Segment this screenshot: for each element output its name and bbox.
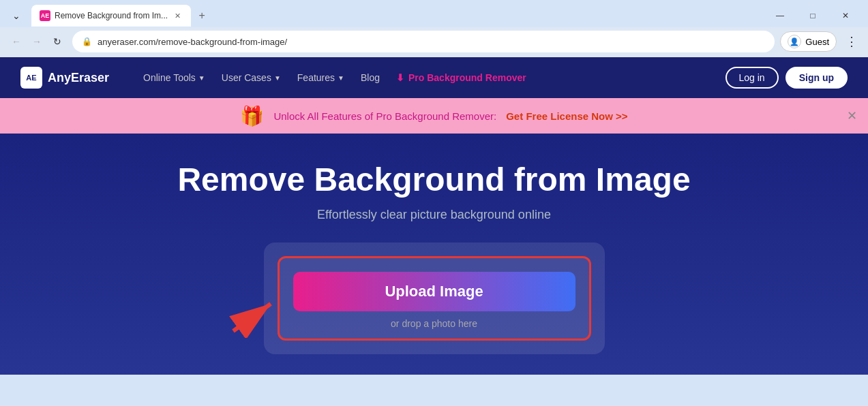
restore-button[interactable]: □	[797, 5, 828, 27]
lock-icon: 🔒	[82, 37, 92, 46]
window-controls: — □ ✕	[764, 5, 861, 27]
site-content: AE AnyEraser Online Tools ▼ User Cases ▼…	[0, 57, 868, 406]
addressbar-row: ← → ↻ 🔒 anyeraser.com/remove-background-…	[0, 27, 868, 57]
titlebar: ⌄ AE Remove Background from Im... ✕ + — …	[0, 0, 868, 27]
tab-bar: AE Remove Background from Im... ✕ +	[31, 5, 762, 27]
chevron-down-icon: ▼	[274, 74, 281, 82]
banner-close-button[interactable]: ✕	[847, 108, 857, 123]
back-button[interactable]: ←	[7, 32, 26, 51]
nav-online-tools[interactable]: Online Tools ▼	[136, 68, 212, 87]
forward-button[interactable]: →	[27, 32, 46, 51]
nav-auth: Log in Sign up	[725, 67, 848, 89]
nav-user-cases[interactable]: User Cases ▼	[215, 68, 288, 87]
chevron-down-icon: ▼	[198, 74, 205, 82]
address-bar[interactable]: 🔒 anyeraser.com/remove-background-from-i…	[72, 31, 775, 52]
gift-icon: 🎁	[240, 105, 264, 127]
svg-line-1	[233, 304, 271, 331]
tab-favicon: AE	[40, 10, 50, 21]
profile-icon: 👤	[788, 35, 801, 48]
tab-close-button[interactable]: ✕	[172, 10, 183, 21]
signup-button[interactable]: Sign up	[785, 67, 848, 89]
new-tab-button[interactable]: +	[194, 7, 210, 24]
browser-menu-button[interactable]: ⋮	[842, 32, 861, 51]
arrow-indicator	[226, 283, 281, 341]
nav-features[interactable]: Features ▼	[290, 68, 351, 87]
tab-title: Remove Background from Im...	[55, 11, 168, 20]
chevron-down-icon: ▼	[338, 74, 344, 82]
logo-box: AE	[20, 67, 42, 89]
active-tab[interactable]: AE Remove Background from Im... ✕	[31, 5, 191, 27]
upload-area: Upload Image or drop a photo here	[264, 243, 605, 354]
navbar: AE AnyEraser Online Tools ▼ User Cases ▼…	[0, 57, 868, 98]
logo-abbr: AE	[26, 74, 36, 82]
hero-subtitle: Effortlessly clear picture background on…	[317, 208, 551, 222]
upload-image-button[interactable]: Upload Image	[293, 272, 575, 311]
refresh-button[interactable]: ↻	[48, 32, 67, 51]
hero-title: Remove Background from Image	[177, 161, 690, 198]
drop-text: or drop a photo here	[391, 318, 477, 329]
upload-box[interactable]: Upload Image or drop a photo here	[278, 256, 591, 341]
nav-links: Online Tools ▼ User Cases ▼ Features ▼ B…	[136, 68, 711, 87]
nav-pro-background-remover[interactable]: ⬇ Pro Background Remover	[389, 68, 533, 87]
login-button[interactable]: Log in	[725, 67, 779, 89]
hero-section: Remove Background from Image Effortlessl…	[0, 134, 868, 375]
promo-link[interactable]: Get Free License Now >>	[506, 110, 627, 122]
logo-text: AnyEraser	[48, 71, 109, 85]
nav-buttons: ← → ↻	[7, 32, 67, 51]
profile-button[interactable]: 👤 Guest	[780, 31, 837, 52]
promo-text: Unlock All Features of Pro Background Re…	[273, 110, 496, 122]
logo[interactable]: AE AnyEraser	[20, 67, 109, 89]
arrow-svg	[226, 283, 281, 338]
download-icon: ⬇	[396, 72, 404, 83]
nav-blog[interactable]: Blog	[354, 68, 387, 87]
profile-label: Guest	[805, 37, 829, 47]
browser-chrome: ⌄ AE Remove Background from Im... ✕ + — …	[0, 0, 868, 57]
url-text: anyeraser.com/remove-background-from-ima…	[98, 37, 765, 47]
promo-banner: 🎁 Unlock All Features of Pro Background …	[0, 98, 868, 134]
minimize-button[interactable]: —	[764, 5, 796, 27]
close-button[interactable]: ✕	[830, 5, 861, 27]
tab-list-button[interactable]: ⌄	[7, 6, 26, 25]
